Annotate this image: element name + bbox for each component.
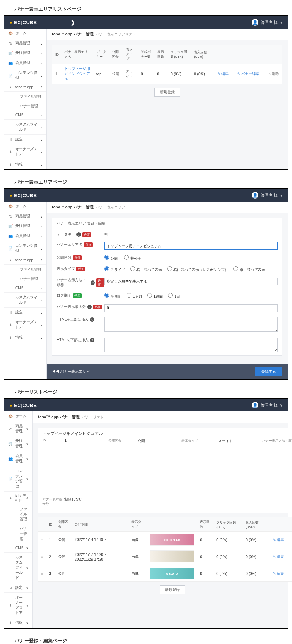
sidebar-item[interactable]: ⬇オーナーズストア∨ — [4, 317, 46, 332]
section1-panel: ●EC|CUBE❯ 👤管理者 様∨ 🏠ホーム🛍商品管理∨🛒受注管理∨👥会員管理∨… — [4, 15, 288, 170]
brand-dot: ● — [10, 20, 12, 25]
sidebar-item[interactable]: 🏠ホーム — [4, 411, 32, 421]
sidebar-item[interactable]: 🛒受注管理∨ — [4, 436, 32, 451]
sidebar-item[interactable]: 🛍商品管理∨ — [4, 211, 46, 221]
user-menu[interactable]: 👤管理者 様∨ — [252, 19, 282, 26]
sidebar-icon: ℹ — [8, 621, 13, 625]
sidebar-icon: ⬇ — [8, 150, 13, 154]
html-top-textarea[interactable] — [104, 317, 278, 332]
edit-link[interactable]: ✎編集 — [273, 538, 284, 542]
submit-button[interactable]: 登録する — [255, 367, 282, 376]
chevron-icon: ∨ — [40, 286, 43, 290]
new-button[interactable]: 新規登録 — [154, 88, 180, 97]
disp-radio — [167, 266, 172, 271]
sidebar-item[interactable]: ▲taba™ app∧ — [4, 256, 46, 265]
user-menu[interactable]: 👤管理者 様∨ — [252, 192, 282, 199]
disp-radio — [104, 266, 109, 271]
new-button[interactable]: 新規登録 — [160, 585, 185, 594]
sidebar-item[interactable]: 👥会員管理∨ — [4, 58, 46, 68]
sidebar-item[interactable]: 📄コンテンツ管理∨ — [4, 466, 32, 492]
delete-link[interactable]: ✕削除 — [268, 72, 279, 76]
chevron-icon: ∨ — [40, 74, 43, 78]
sidebar-item[interactable]: 🛍商品管理∨ — [4, 421, 32, 436]
sidebar-item[interactable]: ℹ情報∨ — [4, 618, 32, 628]
sidebar-item[interactable]: カスタムフィールド∨ — [4, 120, 46, 135]
html-bot-textarea[interactable] — [104, 338, 278, 352]
back-link[interactable]: ◀◀ バナー表示エリア — [52, 369, 90, 374]
sidebar-item[interactable]: 🛍商品管理∨ — [4, 38, 46, 48]
area-list-table: IDバナー表示エリア名データキー公開区分表示タイプ登録バナー数表示回数クリック回… — [52, 45, 282, 84]
pencil-icon: ✎ — [218, 72, 221, 76]
sidebar-item[interactable]: ▲taba™ app∧ — [4, 83, 46, 92]
sidebar-item[interactable]: ファイル管理 — [4, 265, 46, 274]
sidebar-icon: 🛍 — [8, 427, 13, 431]
sidebar-icon: 🛍 — [8, 214, 13, 218]
area-name-input[interactable] — [104, 242, 278, 250]
chevron-icon: ∨ — [40, 51, 43, 55]
sidebar-item[interactable]: 🏠ホーム — [4, 202, 46, 211]
sidebar-item[interactable]: ⬇オーナーズストア∨ — [4, 593, 32, 618]
sidebar-item[interactable]: ファイル管理 — [4, 92, 46, 101]
sidebar-icon: 👥 — [8, 457, 13, 461]
sidebar-item[interactable]: ▲taba™ app∧ — [4, 492, 32, 504]
sidebar-icon: 🏠 — [8, 204, 13, 208]
sidebar-item[interactable]: ファイル管理 — [4, 504, 32, 524]
chevron-icon: ∨ — [40, 61, 43, 65]
drag-icon[interactable]: ≡ — [41, 538, 43, 542]
sidebar-item[interactable]: CMS∨ — [4, 111, 46, 120]
sidebar-icon: ▲ — [8, 258, 13, 262]
log-radio — [127, 293, 131, 298]
banner-list-table: ID公開区分公開期間表示タイプ表示回数クリック回数(CTR)購入回数(CVR) … — [38, 517, 292, 582]
chevron-icon: ∨ — [40, 298, 43, 302]
chevron-icon: ∧ — [26, 496, 29, 500]
sidebar-icon: ⚙ — [8, 138, 13, 142]
help-icon[interactable]: ? — [76, 232, 81, 237]
edit-link[interactable]: ✎編集 — [273, 571, 284, 575]
sidebar-item[interactable]: ⬇オーナーズストア∨ — [4, 144, 46, 159]
edit-link[interactable]: ✎編集 — [273, 554, 284, 558]
area-name-link[interactable]: トップページ用メインビジュアル — [64, 67, 90, 81]
sidebar-item[interactable]: ⚙設定∨ — [4, 135, 46, 144]
chevron-icon: ∨ — [26, 566, 29, 570]
sidebar-item[interactable]: ⚙設定∨ — [4, 308, 46, 317]
chevron-icon: ∨ — [26, 621, 29, 625]
drag-icon[interactable]: ≡ — [41, 572, 43, 576]
sidebar-item[interactable]: 📄コンテンツ管理∨ — [4, 241, 46, 256]
sidebar-item[interactable]: 🏠ホーム — [4, 29, 46, 38]
edit-link[interactable]: ✎編集 — [218, 72, 229, 76]
sidebar-icon: ⬇ — [8, 603, 13, 607]
drag-icon[interactable]: ≡ — [41, 555, 43, 559]
banner-edit-link[interactable]: ✎バナー編集 — [237, 72, 259, 76]
sidebar-item[interactable]: ⚙設定∨ — [4, 583, 32, 593]
sidebar-item[interactable]: カスタムフィールド∨ — [4, 293, 46, 308]
sidebar: 🏠ホーム🛍商品管理∨🛒受注管理∨👥会員管理∨📄コンテンツ管理∨▲taba™ ap… — [4, 29, 47, 169]
sidebar-item[interactable]: 🛒受注管理∨ — [4, 48, 46, 58]
sidebar-item[interactable]: ℹ情報∨ — [4, 332, 46, 342]
sidebar-item[interactable]: 👥会員管理∨ — [4, 451, 32, 466]
table-row: ≡ 3公開画像 GELATO 00 (0%)0 (0%) ✎編集 ✕削除 — [38, 565, 292, 582]
sidebar-item[interactable]: CMS∨ — [4, 284, 46, 293]
pub-closed-radio — [124, 255, 129, 260]
sidebar-icon: 📄 — [8, 477, 13, 481]
chevron-right-icon[interactable]: ❯ — [71, 20, 75, 25]
sidebar-item[interactable]: 📄コンテンツ管理∨ — [4, 68, 46, 83]
sidebar-item[interactable]: 👥会員管理∨ — [4, 231, 46, 241]
max-input[interactable] — [104, 304, 278, 312]
sidebar-icon: ⚙ — [8, 586, 13, 590]
brand: ●EC|CUBE❯ — [10, 20, 75, 25]
sidebar-item[interactable]: バナー管理 — [4, 524, 32, 544]
chevron-icon: ∨ — [40, 224, 43, 228]
sidebar-item[interactable]: 🛒受注管理∨ — [4, 221, 46, 231]
chevron-icon: ∨ — [40, 234, 43, 238]
chevron-icon: ∨ — [26, 427, 29, 431]
sidebar-item[interactable]: ℹ情報∨ — [4, 159, 46, 169]
section2-panel: ●EC|CUBE👤管理者 様∨ 🏠ホーム🛍商品管理∨🛒受注管理∨👥会員管理∨📄コ… — [4, 188, 288, 380]
sidebar-icon: ℹ — [8, 162, 13, 166]
sidebar-item[interactable]: CMS∨ — [4, 544, 32, 553]
sidebar-item[interactable]: バナー管理 — [4, 274, 46, 284]
sidebar-item[interactable]: バナー管理 — [4, 101, 46, 111]
sidebar-item[interactable]: カスタムフィールド∨ — [4, 553, 32, 583]
order-select[interactable]: 指定した順番で表示する — [104, 278, 278, 285]
topbar: ●EC|CUBE❯ 👤管理者 様∨ — [4, 16, 288, 29]
chevron-icon: ∨ — [40, 150, 43, 154]
